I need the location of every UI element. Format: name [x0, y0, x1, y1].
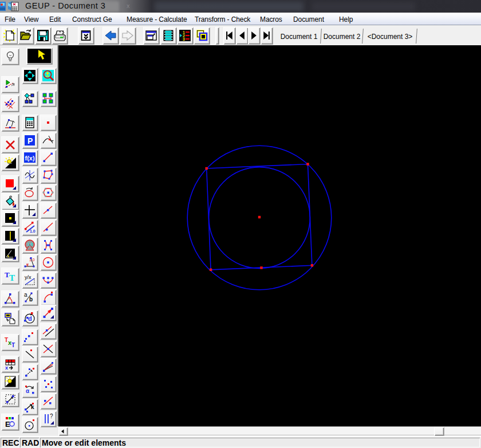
svg-text:k: k	[31, 404, 34, 410]
svg-text:y/x: y/x	[25, 274, 31, 280]
svg-text:T: T	[11, 342, 15, 348]
svg-text:a: a	[24, 292, 27, 298]
svg-text:P: P	[27, 136, 33, 146]
svg-text:d: d	[28, 315, 32, 322]
svg-text:?: ?	[50, 413, 53, 419]
svg-text:3: 3	[183, 37, 185, 41]
svg-text:T: T	[9, 273, 15, 282]
svg-text:1.0: 1.0	[30, 229, 36, 233]
svg-text:f(x): f(x)	[25, 155, 35, 162]
svg-text:x: x	[5, 365, 8, 371]
svg-text:1.0: 1.0	[29, 258, 35, 262]
svg-text:1.0: 1.0	[27, 242, 33, 246]
svg-text:b: b	[29, 296, 33, 302]
svg-text:α: α	[26, 388, 30, 394]
